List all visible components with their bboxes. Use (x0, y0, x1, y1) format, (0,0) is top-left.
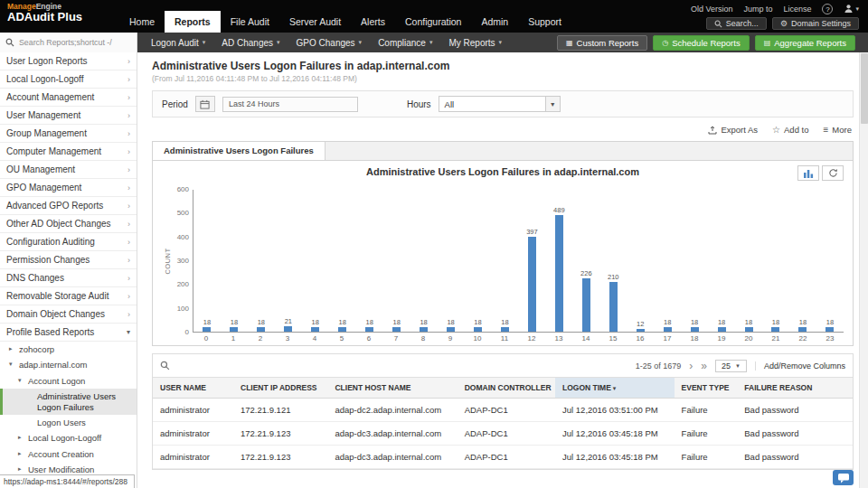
bar-hour-12[interactable]: 397 (518, 228, 545, 332)
col-failure-reason[interactable]: FAILURE REASON (737, 378, 853, 399)
nav-file-audit[interactable]: File Audit (221, 11, 279, 33)
schedule-reports-button[interactable]: ◷Schedule Reports (653, 35, 750, 51)
bar-hour-17[interactable]: 18 (654, 318, 681, 332)
bar-hour-4[interactable]: 18 (302, 318, 329, 332)
bar-hour-20[interactable]: 18 (735, 318, 762, 332)
report-search-input[interactable]: Search Reports;shortcut -/ (0, 33, 137, 52)
more-button[interactable]: ≡ More (824, 125, 853, 135)
sidebar-item-profile-based-reports[interactable]: Profile Based Reports▾ (0, 324, 137, 342)
table-row[interactable]: administrator172.21.9.121adap-dc2.adap.i… (153, 399, 853, 422)
tree-item-adap-internal-com[interactable]: ▾adap.internal.com (0, 357, 137, 372)
user-menu[interactable]: ▾ (844, 4, 859, 14)
period-input[interactable]: Last 24 Hours (222, 97, 358, 112)
table-search-icon[interactable] (160, 361, 170, 371)
chart-type-button[interactable] (797, 165, 819, 181)
export-as-button[interactable]: Export As (708, 125, 758, 135)
scrollbar-thumb[interactable] (861, 53, 868, 124)
tree-item-account-logon[interactable]: ▾Account Logon (0, 373, 137, 389)
link-license[interactable]: License (783, 5, 811, 14)
tree-item-zohocorp[interactable]: ▸zohocorp (0, 342, 137, 357)
bar-hour-9[interactable]: 18 (438, 318, 465, 332)
col-domain-controller[interactable]: DOMAIN CONTROLLER (458, 378, 555, 399)
col-client-host-name[interactable]: CLIENT HOST NAME (327, 378, 457, 399)
global-search[interactable]: Search... (706, 17, 767, 30)
bar-hour-21[interactable]: 18 (762, 318, 789, 332)
nav-configuration[interactable]: Configuration (395, 11, 471, 33)
bar-hour-1[interactable]: 18 (221, 318, 248, 332)
menu-logon-audit[interactable]: Logon Audit▾ (143, 38, 213, 48)
col-client-ip-address[interactable]: CLIENT IP ADDRESS (233, 378, 327, 399)
col-logon-time[interactable]: LOGON TIME ▾ (555, 378, 675, 399)
sidebar-item-group-management[interactable]: Group Management› (0, 125, 137, 143)
tree-item-administrative-users-logon-failures[interactable]: Administrative Users Logon Failures (0, 389, 137, 415)
help-icon[interactable]: ? (822, 4, 833, 14)
next-page-button[interactable]: › (689, 361, 693, 371)
sidebar-item-ou-management[interactable]: OU Management› (0, 161, 137, 179)
bar-hour-13[interactable]: 489 (545, 206, 572, 332)
sidebar-item-local-logon-logoff[interactable]: Local Logon-Logoff› (0, 70, 137, 89)
bar-hour-0[interactable]: 18 (193, 318, 221, 332)
bar-value-label: 397 (526, 228, 538, 236)
tree-item-account-creation[interactable]: ▸Account Creation (0, 446, 137, 462)
sidebar-item-account-management[interactable]: Account Management› (0, 89, 137, 107)
bar-hour-16[interactable]: 12 (627, 320, 654, 332)
menu-ad-changes[interactable]: AD Changes▾ (213, 38, 288, 48)
y-tick-500: 500 (177, 209, 189, 217)
bar-hour-7[interactable]: 18 (383, 318, 410, 332)
bar-hour-22[interactable]: 18 (789, 318, 816, 332)
bar-hour-8[interactable]: 18 (410, 318, 438, 332)
bar-hour-18[interactable]: 18 (681, 318, 708, 332)
bar-hour-11[interactable]: 18 (491, 318, 518, 332)
menu-compliance[interactable]: Compliance▾ (370, 38, 440, 48)
link-old-version[interactable]: Old Version (691, 5, 733, 14)
aggregate-reports-button[interactable]: ▤Aggregate Reports (755, 35, 855, 51)
bar-hour-3[interactable]: 21 (275, 317, 302, 332)
nav-support[interactable]: Support (518, 11, 571, 33)
bar-hour-14[interactable]: 226 (572, 269, 599, 333)
tree-item-local-logon-logoff[interactable]: ▸Local Logon-Logoff (0, 430, 137, 446)
bar-hour-10[interactable]: 18 (465, 318, 492, 332)
sidebar-item-advanced-gpo-reports[interactable]: Advanced GPO Reports› (0, 197, 137, 215)
vertical-scrollbar[interactable] (859, 52, 868, 488)
bar-hour-15[interactable]: 210 (599, 273, 627, 332)
link-jump-to[interactable]: Jump to (743, 5, 772, 14)
bar-hour-19[interactable]: 18 (708, 318, 735, 332)
nav-admin[interactable]: Admin (471, 11, 518, 33)
sidebar-item-configuration-auditing[interactable]: Configuration Auditing› (0, 233, 137, 251)
bar-hour-6[interactable]: 18 (356, 318, 383, 332)
nav-reports[interactable]: Reports (165, 11, 221, 33)
hours-select[interactable]: All ▼ (439, 96, 561, 112)
sidebar-item-other-ad-object-changes[interactable]: Other AD Object Changes› (0, 215, 137, 233)
sidebar-item-user-logon-reports[interactable]: User Logon Reports› (0, 52, 137, 70)
menu-gpo-changes[interactable]: GPO Changes▾ (288, 38, 371, 48)
nav-home[interactable]: Home (119, 11, 165, 33)
chat-button[interactable] (833, 470, 854, 485)
bar-hour-5[interactable]: 18 (329, 318, 356, 332)
table-row[interactable]: administrator172.21.9.123adap-dc3.adap.i… (153, 422, 853, 446)
nav-server-audit[interactable]: Server Audit (279, 11, 351, 33)
sidebar-item-dns-changes[interactable]: DNS Changes› (0, 269, 137, 287)
custom-reports-button[interactable]: ▦Custom Reports (557, 35, 647, 51)
sidebar-item-removable-storage-audit[interactable]: Removable Storage Audit› (0, 287, 137, 305)
add-to-button[interactable]: ☆ Add to (772, 125, 808, 135)
calendar-button[interactable] (195, 96, 215, 112)
sidebar-item-gpo-management[interactable]: GPO Management› (0, 179, 137, 197)
chart-refresh-button[interactable] (822, 165, 844, 181)
tree-item-logon-users[interactable]: Logon Users (0, 415, 137, 430)
bar-hour-23[interactable]: 18 (816, 318, 844, 332)
col-event-type[interactable]: EVENT TYPE (675, 378, 738, 399)
sidebar-item-user-management[interactable]: User Management› (0, 107, 137, 125)
last-page-button[interactable]: » (701, 361, 707, 371)
bar-hour-2[interactable]: 18 (248, 318, 275, 332)
sidebar-item-permission-changes[interactable]: Permission Changes› (0, 251, 137, 269)
table-row[interactable]: administrator172.21.9.123adap-dc3.adap.i… (153, 446, 853, 469)
add-remove-columns-button[interactable]: Add/Remove Columns (755, 361, 845, 371)
col-user-name[interactable]: USER NAME (153, 378, 233, 399)
menu-my-reports[interactable]: My Reports▾ (440, 38, 510, 48)
nav-alerts[interactable]: Alerts (351, 11, 395, 33)
sidebar-item-computer-management[interactable]: Computer Management› (0, 143, 137, 161)
domain-settings[interactable]: ⚙ Domain Settings (772, 17, 859, 30)
page-size-select[interactable]: 25 ▼ (715, 360, 747, 372)
tab-administrative-users-logon-failures[interactable]: Administrative Users Logon Failures (153, 142, 326, 160)
sidebar-item-domain-object-changes[interactable]: Domain Object Changes› (0, 305, 137, 324)
